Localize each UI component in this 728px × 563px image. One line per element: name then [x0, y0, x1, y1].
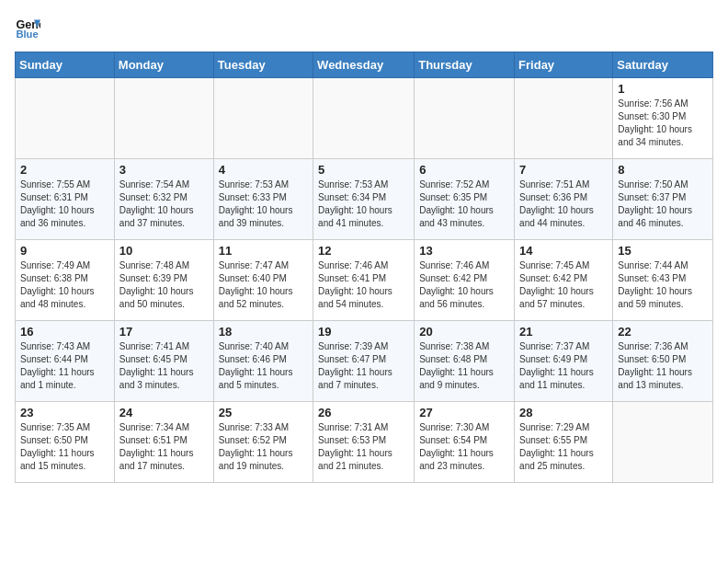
week-row-4: 16Sunrise: 7:43 AM Sunset: 6:44 PM Dayli…	[16, 321, 713, 402]
day-number: 12	[318, 244, 409, 258]
day-info: Sunrise: 7:50 AM Sunset: 6:37 PM Dayligh…	[618, 178, 708, 230]
calendar-cell	[213, 78, 313, 159]
day-info: Sunrise: 7:47 AM Sunset: 6:40 PM Dayligh…	[219, 259, 308, 311]
calendar-cell: 19Sunrise: 7:39 AM Sunset: 6:47 PM Dayli…	[313, 321, 415, 402]
weekday-sunday: Sunday	[16, 52, 115, 78]
calendar-cell: 4Sunrise: 7:53 AM Sunset: 6:33 PM Daylig…	[213, 159, 313, 240]
calendar-cell: 3Sunrise: 7:54 AM Sunset: 6:32 PM Daylig…	[114, 159, 213, 240]
calendar-cell: 15Sunrise: 7:44 AM Sunset: 6:43 PM Dayli…	[613, 240, 713, 321]
calendar-cell: 10Sunrise: 7:48 AM Sunset: 6:39 PM Dayli…	[114, 240, 213, 321]
week-row-2: 2Sunrise: 7:55 AM Sunset: 6:31 PM Daylig…	[16, 159, 713, 240]
day-number: 23	[20, 406, 109, 419]
day-number: 27	[419, 406, 509, 419]
day-info: Sunrise: 7:31 AM Sunset: 6:53 PM Dayligh…	[318, 421, 409, 473]
day-info: Sunrise: 7:35 AM Sunset: 6:50 PM Dayligh…	[20, 421, 109, 473]
weekday-wednesday: Wednesday	[313, 52, 415, 78]
logo: General Blue	[15, 15, 44, 40]
calendar-body: 1Sunrise: 7:56 AM Sunset: 6:30 PM Daylig…	[16, 78, 713, 483]
day-info: Sunrise: 7:51 AM Sunset: 6:36 PM Dayligh…	[519, 178, 608, 230]
day-info: Sunrise: 7:38 AM Sunset: 6:48 PM Dayligh…	[419, 340, 509, 392]
day-info: Sunrise: 7:34 AM Sunset: 6:51 PM Dayligh…	[119, 421, 209, 473]
day-info: Sunrise: 7:41 AM Sunset: 6:45 PM Dayligh…	[119, 340, 209, 392]
calendar-cell: 5Sunrise: 7:53 AM Sunset: 6:34 PM Daylig…	[313, 159, 415, 240]
day-info: Sunrise: 7:52 AM Sunset: 6:35 PM Dayligh…	[419, 178, 509, 230]
calendar-cell	[313, 78, 415, 159]
day-info: Sunrise: 7:46 AM Sunset: 6:41 PM Dayligh…	[318, 259, 409, 311]
day-number: 10	[119, 244, 209, 258]
calendar-cell: 18Sunrise: 7:40 AM Sunset: 6:46 PM Dayli…	[213, 321, 313, 402]
calendar-cell: 16Sunrise: 7:43 AM Sunset: 6:44 PM Dayli…	[16, 321, 115, 402]
calendar-cell	[114, 78, 213, 159]
day-number: 20	[419, 325, 509, 339]
calendar-cell	[613, 402, 713, 483]
day-info: Sunrise: 7:53 AM Sunset: 6:34 PM Dayligh…	[318, 178, 409, 230]
day-number: 17	[119, 325, 209, 339]
calendar-cell: 2Sunrise: 7:55 AM Sunset: 6:31 PM Daylig…	[16, 159, 115, 240]
day-info: Sunrise: 7:30 AM Sunset: 6:54 PM Dayligh…	[419, 421, 509, 473]
calendar-cell: 23Sunrise: 7:35 AM Sunset: 6:50 PM Dayli…	[16, 402, 115, 483]
day-number: 5	[318, 163, 409, 177]
day-info: Sunrise: 7:56 AM Sunset: 6:30 PM Dayligh…	[618, 98, 708, 149]
day-number: 3	[119, 163, 209, 177]
day-number: 28	[519, 406, 608, 419]
day-number: 13	[419, 244, 509, 258]
day-info: Sunrise: 7:37 AM Sunset: 6:49 PM Dayligh…	[519, 340, 608, 392]
weekday-header-row: SundayMondayTuesdayWednesdayThursdayFrid…	[16, 52, 713, 78]
day-info: Sunrise: 7:40 AM Sunset: 6:46 PM Dayligh…	[219, 340, 308, 392]
calendar-cell: 1Sunrise: 7:56 AM Sunset: 6:30 PM Daylig…	[613, 78, 713, 159]
calendar-cell: 24Sunrise: 7:34 AM Sunset: 6:51 PM Dayli…	[114, 402, 213, 483]
day-number: 24	[119, 406, 209, 419]
calendar-cell: 28Sunrise: 7:29 AM Sunset: 6:55 PM Dayli…	[515, 402, 613, 483]
day-number: 2	[20, 163, 109, 177]
calendar-cell: 25Sunrise: 7:33 AM Sunset: 6:52 PM Dayli…	[213, 402, 313, 483]
day-number: 21	[519, 325, 608, 339]
calendar-cell: 8Sunrise: 7:50 AM Sunset: 6:37 PM Daylig…	[613, 159, 713, 240]
calendar-cell: 13Sunrise: 7:46 AM Sunset: 6:42 PM Dayli…	[415, 240, 515, 321]
day-number: 8	[618, 163, 708, 177]
svg-text:Blue: Blue	[16, 29, 38, 40]
calendar-cell: 17Sunrise: 7:41 AM Sunset: 6:45 PM Dayli…	[114, 321, 213, 402]
day-info: Sunrise: 7:53 AM Sunset: 6:33 PM Dayligh…	[219, 178, 308, 230]
day-number: 6	[419, 163, 509, 177]
day-info: Sunrise: 7:36 AM Sunset: 6:50 PM Dayligh…	[618, 340, 708, 392]
calendar-cell: 26Sunrise: 7:31 AM Sunset: 6:53 PM Dayli…	[313, 402, 415, 483]
week-row-5: 23Sunrise: 7:35 AM Sunset: 6:50 PM Dayli…	[16, 402, 713, 483]
day-info: Sunrise: 7:43 AM Sunset: 6:44 PM Dayligh…	[20, 340, 109, 392]
calendar-table: SundayMondayTuesdayWednesdayThursdayFrid…	[15, 52, 713, 483]
day-info: Sunrise: 7:49 AM Sunset: 6:38 PM Dayligh…	[20, 259, 109, 311]
day-number: 7	[519, 163, 608, 177]
week-row-3: 9Sunrise: 7:49 AM Sunset: 6:38 PM Daylig…	[16, 240, 713, 321]
day-number: 19	[318, 325, 409, 339]
calendar-cell: 27Sunrise: 7:30 AM Sunset: 6:54 PM Dayli…	[415, 402, 515, 483]
calendar-cell	[515, 78, 613, 159]
day-info: Sunrise: 7:44 AM Sunset: 6:43 PM Dayligh…	[618, 259, 708, 311]
weekday-thursday: Thursday	[415, 52, 515, 78]
calendar-cell: 9Sunrise: 7:49 AM Sunset: 6:38 PM Daylig…	[16, 240, 115, 321]
logo-icon: General Blue	[15, 15, 40, 40]
calendar-cell: 11Sunrise: 7:47 AM Sunset: 6:40 PM Dayli…	[213, 240, 313, 321]
weekday-tuesday: Tuesday	[213, 52, 313, 78]
calendar-cell	[16, 78, 115, 159]
day-info: Sunrise: 7:55 AM Sunset: 6:31 PM Dayligh…	[20, 178, 109, 230]
calendar-cell: 12Sunrise: 7:46 AM Sunset: 6:41 PM Dayli…	[313, 240, 415, 321]
calendar-cell: 22Sunrise: 7:36 AM Sunset: 6:50 PM Dayli…	[613, 321, 713, 402]
day-number: 16	[20, 325, 109, 339]
calendar-cell: 14Sunrise: 7:45 AM Sunset: 6:42 PM Dayli…	[515, 240, 613, 321]
day-number: 9	[20, 244, 109, 258]
weekday-monday: Monday	[114, 52, 213, 78]
day-number: 26	[318, 406, 409, 419]
day-number: 14	[519, 244, 608, 258]
day-number: 4	[219, 163, 308, 177]
calendar-cell: 20Sunrise: 7:38 AM Sunset: 6:48 PM Dayli…	[415, 321, 515, 402]
weekday-saturday: Saturday	[613, 52, 713, 78]
day-info: Sunrise: 7:46 AM Sunset: 6:42 PM Dayligh…	[419, 259, 509, 311]
calendar-header: General Blue	[15, 15, 713, 40]
day-info: Sunrise: 7:39 AM Sunset: 6:47 PM Dayligh…	[318, 340, 409, 392]
day-number: 1	[618, 82, 708, 96]
day-info: Sunrise: 7:45 AM Sunset: 6:42 PM Dayligh…	[519, 259, 608, 311]
day-number: 18	[219, 325, 308, 339]
weekday-friday: Friday	[515, 52, 613, 78]
day-info: Sunrise: 7:33 AM Sunset: 6:52 PM Dayligh…	[219, 421, 308, 473]
calendar-cell	[415, 78, 515, 159]
calendar-cell: 21Sunrise: 7:37 AM Sunset: 6:49 PM Dayli…	[515, 321, 613, 402]
